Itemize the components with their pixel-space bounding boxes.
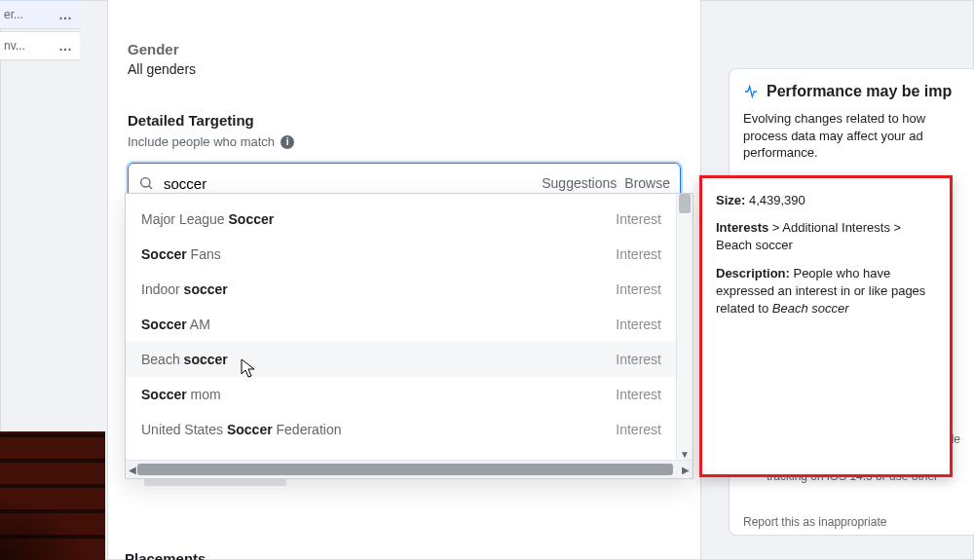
suggestion-name: Soccer mom bbox=[141, 387, 221, 402]
report-link[interactable]: Report this as inappropriate bbox=[743, 515, 886, 529]
size-value: 4,439,390 bbox=[749, 193, 805, 207]
interest-tooltip: Size: 4,439,390 Interests > Additional I… bbox=[699, 175, 953, 477]
cursor-icon bbox=[241, 358, 254, 378]
dropdown-scroll: Association football (Soccer)InterestMaj… bbox=[126, 194, 677, 461]
vertical-scrollbar[interactable]: ▲ ▼ bbox=[676, 194, 693, 461]
suggestion-row[interactable]: Soccer comInterest bbox=[126, 447, 677, 461]
scroll-thumb[interactable] bbox=[679, 194, 691, 213]
suggestion-row[interactable]: United States Soccer FederationInterest bbox=[126, 412, 677, 447]
gender-heading: Gender bbox=[128, 41, 681, 57]
more-icon[interactable]: … bbox=[58, 38, 74, 54]
pulse-icon bbox=[743, 84, 759, 99]
desc-italic: Beach soccer bbox=[772, 301, 849, 316]
left-nav-label: nv... bbox=[4, 39, 25, 53]
size-label: Size: bbox=[716, 193, 745, 207]
suggestion-name: Major League Soccer bbox=[141, 211, 274, 227]
suggestion-kind: Interest bbox=[616, 387, 661, 402]
placements-heading: Placements bbox=[125, 550, 206, 560]
suggestions-link[interactable]: Suggestions bbox=[542, 175, 617, 191]
browse-link[interactable]: Browse bbox=[624, 175, 670, 191]
performance-title: Performance may be imp bbox=[767, 83, 952, 100]
detailed-targeting-heading: Detailed Targeting bbox=[128, 112, 681, 129]
suggestion-kind: Interest bbox=[616, 211, 661, 227]
suggestion-row[interactable]: Indoor soccerInterest bbox=[126, 272, 677, 307]
suggestion-row[interactable]: Soccer AMInterest bbox=[126, 307, 677, 342]
suggestion-kind: Interest bbox=[616, 422, 661, 437]
suggestion-kind: Interest bbox=[616, 352, 661, 367]
suggestion-name: United States Soccer Federation bbox=[141, 422, 341, 437]
suggestion-name: Soccer AM bbox=[141, 317, 210, 332]
video-thumbnail bbox=[0, 431, 105, 560]
scroll-thumb[interactable] bbox=[137, 464, 673, 475]
include-label: Include people who match bbox=[128, 134, 275, 149]
gender-value: All genders bbox=[128, 61, 681, 77]
suggestion-row[interactable]: Beach soccerInterest bbox=[126, 342, 677, 377]
suggestion-name: Indoor soccer bbox=[141, 281, 228, 297]
info-icon[interactable]: i bbox=[281, 135, 294, 149]
suggestion-name: Beach soccer bbox=[141, 352, 228, 367]
search-icon bbox=[138, 175, 154, 191]
suggestion-kind: Interest bbox=[616, 246, 661, 262]
targeting-dropdown: Association football (Soccer)InterestMaj… bbox=[125, 193, 693, 479]
suggestion-name: Soccer Fans bbox=[141, 246, 221, 262]
desc-label: Description: bbox=[716, 266, 790, 280]
performance-body: Evolving changes related to how process … bbox=[743, 110, 960, 162]
suggestion-kind: Interest bbox=[616, 317, 661, 332]
suggestion-row[interactable]: Soccer momInterest bbox=[126, 377, 677, 412]
svg-point-1 bbox=[141, 178, 150, 187]
suggestion-row[interactable]: Association football (Soccer)Interest bbox=[126, 194, 677, 202]
suggestion-row[interactable]: Soccer FansInterest bbox=[126, 237, 677, 272]
scroll-right-icon[interactable]: ▶ bbox=[679, 461, 693, 478]
suggestion-kind: Interest bbox=[616, 281, 661, 297]
scroll-down-icon[interactable]: ▼ bbox=[677, 447, 693, 461]
horizontal-scrollbar[interactable]: ◀ ▶ bbox=[126, 460, 693, 478]
suggestion-row[interactable]: Major League SoccerInterest bbox=[126, 202, 677, 237]
path-label: Interests bbox=[716, 220, 768, 235]
